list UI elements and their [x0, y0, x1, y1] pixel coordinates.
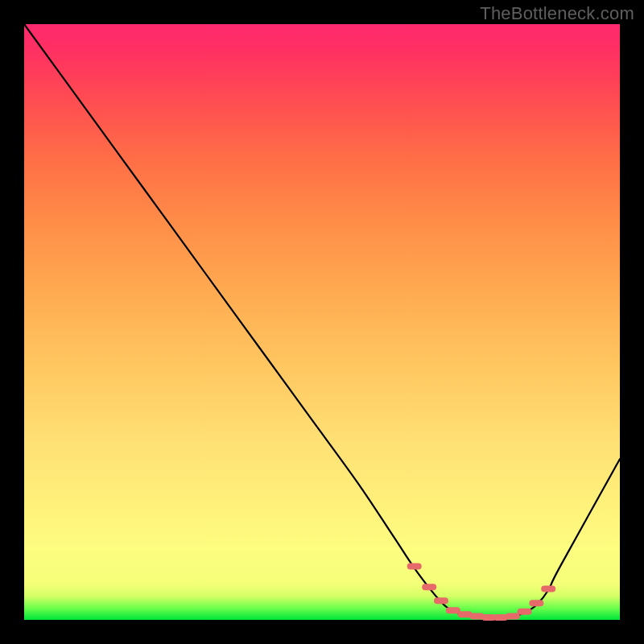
chart-frame: TheBottleneck.com — [0, 0, 644, 644]
plot-area — [24, 24, 620, 620]
watermark-text: TheBottleneck.com — [480, 3, 634, 24]
chart-svg — [24, 24, 620, 620]
bottleneck-curve-line — [24, 24, 620, 618]
